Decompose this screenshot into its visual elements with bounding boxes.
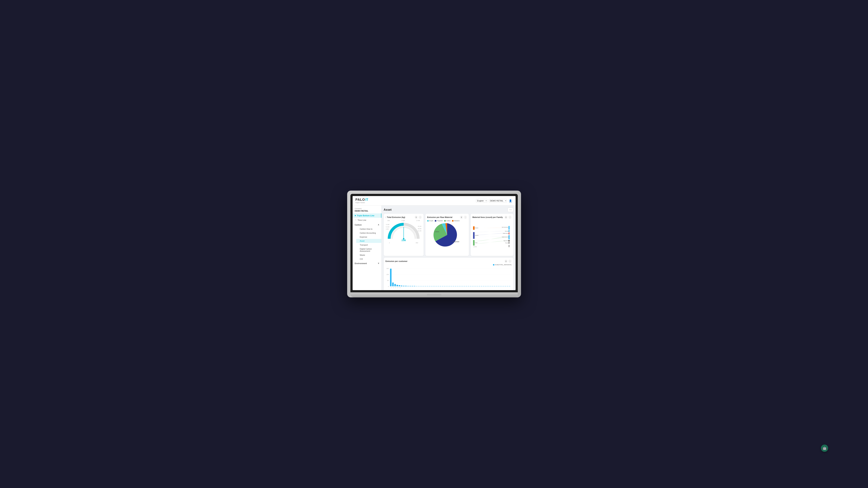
more-options-button[interactable]: ⋯: [507, 207, 514, 212]
svg-rect-7: [473, 232, 474, 239]
svg-text:5M: 5M: [387, 280, 389, 281]
sidebar-label-timeline: Time Line: [358, 219, 366, 221]
svg-text:23M: 23M: [402, 239, 406, 241]
material-lines-title: Material lines (count) per Family: [472, 216, 503, 218]
gauge-label-0: 0: [389, 242, 390, 243]
svg-rect-21: [508, 242, 509, 243]
sidebar-label-triple: Triple Bottom Line: [357, 215, 374, 217]
company-select-wrapper[interactable]: DEMO RETAIL: [489, 199, 507, 202]
logo-palo: PALO: [355, 198, 365, 202]
main-content: Asset ⋯ ⟨ Total Emission (kg): [381, 205, 516, 290]
app-container: PALO IT Impact Tracker English: [352, 196, 516, 290]
customer-title: Emission per customer: [385, 260, 408, 262]
sidebar-item-cix[interactable]: CIX: [356, 257, 381, 261]
sidebar-label-carbon-accounting: Carbon Accounting: [360, 232, 376, 234]
page-title: Asset: [384, 208, 392, 212]
lang-select[interactable]: English: [476, 199, 487, 202]
carbon-chevron-icon: ∧: [378, 224, 379, 226]
sidebar-label-transport: Transport: [360, 244, 368, 246]
logo-subtitle: Impact Tracker: [355, 202, 368, 203]
gauge-label-414m: 41.4M: [418, 230, 421, 232]
customer-legend-label: SUM(TOTAL_EMISSION): [495, 264, 512, 265]
sidebar: Company DEMO RETAIL Triple Bottom Line 〜…: [352, 205, 381, 290]
total-emission-title: Total Emission (kg): [387, 216, 405, 218]
customer-bar-svg: 15M 10M 5M 0: [385, 266, 512, 290]
svg-text:Hair Accessories: Hair Accessories: [502, 227, 508, 228]
sidebar-item-transport[interactable]: Transport: [356, 243, 381, 247]
sidebar-item-triple-bottom-line[interactable]: Triple Bottom Line: [352, 214, 381, 218]
sidebar-item-waste[interactable]: Waste: [356, 253, 381, 257]
sidebar-label-waste: Waste: [360, 254, 365, 256]
svg-rect-41: [407, 286, 409, 286]
sidebar-label-cix: CIX: [360, 258, 363, 260]
pie-svg: Cotton Polyester: [427, 222, 467, 248]
gauge-label-921m: 9.21M: [386, 226, 390, 228]
material-lines-more-btn[interactable]: ⋮: [508, 216, 512, 219]
gauge-svg: 23M: [385, 222, 422, 241]
svg-rect-39: [403, 286, 404, 286]
company-select[interactable]: DEMO RETAIL: [489, 199, 507, 202]
sidebar-section-environment[interactable]: Environment ∨: [352, 261, 381, 265]
app-body: Company DEMO RETAIL Triple Bottom Line 〜…: [352, 205, 516, 290]
svg-text:Polyester: Polyester: [453, 241, 460, 242]
legend-cotton: Cotton: [444, 220, 451, 222]
app-header: PALO IT Impact Tracker English: [352, 196, 516, 205]
legend-elastane: Elastane: [452, 220, 460, 222]
sidebar-item-carbon-how-to[interactable]: Carbon How to: [356, 227, 381, 231]
sidebar-label-asset: Asset: [360, 240, 365, 242]
gauge-label-322m: 32.2M: [418, 225, 421, 228]
gauge-label-46m: 4.6M: [386, 228, 390, 230]
svg-text:Elastane: Elastane: [475, 228, 478, 228]
sidebar-item-digital-carbon[interactable]: Digital Carbon Assessment: [356, 247, 381, 253]
emission-per-material-card: Emission per Raw Material ℹ ⋮: [425, 214, 469, 256]
sidebar-section-carbon[interactable]: Carbon ∧: [352, 223, 381, 227]
chatbot-button[interactable]: 🤖: [821, 445, 828, 452]
gauge-label-46m-bottom: 46M: [415, 242, 418, 243]
legend-label-cotton: Cotton: [446, 220, 451, 222]
laptop-screen: PALO IT Impact Tracker English: [352, 196, 516, 290]
svg-text:Cotton: Cotton: [434, 231, 439, 233]
environment-chevron-icon: ∨: [378, 262, 379, 264]
sidebar-label-carbon-how-to: Carbon How to: [360, 228, 373, 230]
svg-rect-40: [405, 286, 407, 286]
material-lines-info-btn[interactable]: ℹ: [504, 216, 507, 219]
sidebar-item-expense[interactable]: Expense: [356, 235, 381, 239]
gauge-filter-icon[interactable]: ⟨: [385, 216, 386, 218]
svg-rect-44: [414, 286, 415, 286]
svg-text:C1: C1: [391, 287, 392, 288]
material-more-btn[interactable]: ⋮: [464, 216, 467, 219]
sidebar-carbon-sub: Carbon How to Carbon Accounting Expense …: [352, 227, 381, 261]
sidebar-item-asset[interactable]: Asset: [356, 239, 381, 243]
cotton-dot: [444, 220, 446, 222]
svg-rect-35: [394, 284, 396, 286]
lang-select-wrapper[interactable]: English: [476, 199, 487, 202]
sankey-svg: Elastane Polyester Cotton Hair Accessori…: [472, 220, 512, 253]
material-actions: ℹ ⋮: [460, 216, 467, 219]
customer-more-btn[interactable]: ⋮: [508, 260, 512, 263]
polyester-dot: [435, 220, 436, 222]
active-dot-icon: [355, 215, 356, 216]
total-emission-header: ⟨ Total Emission (kg) ℹ ⋮: [385, 216, 422, 219]
svg-text:Cotton: Cotton: [475, 242, 477, 243]
sidebar-label-digital-carbon: Digital Carbon Assessment: [360, 248, 379, 252]
svg-text:⬜ None: ⬜ None: [473, 246, 477, 248]
material-title: Emission per Raw Material: [427, 216, 453, 218]
customer-info-btn[interactable]: ℹ: [504, 260, 507, 263]
gauge-actions: ℹ ⋮: [414, 216, 422, 219]
svg-text:C5: C5: [399, 287, 401, 288]
svg-rect-37: [399, 285, 400, 286]
screen-bezel: PALO IT Impact Tracker English: [350, 194, 518, 292]
header-right: English DEMO RETAIL 👤: [476, 199, 513, 203]
material-info-btn[interactable]: ℹ: [460, 216, 463, 219]
customer-legend: SUM(TOTAL_EMISSION): [385, 264, 512, 265]
customer-legend-dot: [493, 264, 494, 265]
gauge-more-btn[interactable]: ⋮: [418, 216, 422, 219]
sidebar-item-carbon-accounting[interactable]: Carbon Accounting: [356, 231, 381, 235]
gauge-filter-btn[interactable]: ▽: [403, 220, 404, 222]
gauge-info-btn[interactable]: ℹ: [414, 216, 418, 219]
pie-chart-area: Cotton Polyester: [427, 222, 467, 248]
sidebar-item-time-line[interactable]: 〜 Time Line: [352, 218, 381, 223]
elastane-dot: [452, 220, 454, 222]
svg-rect-9: [473, 240, 474, 246]
user-avatar-btn[interactable]: 👤: [508, 199, 513, 203]
